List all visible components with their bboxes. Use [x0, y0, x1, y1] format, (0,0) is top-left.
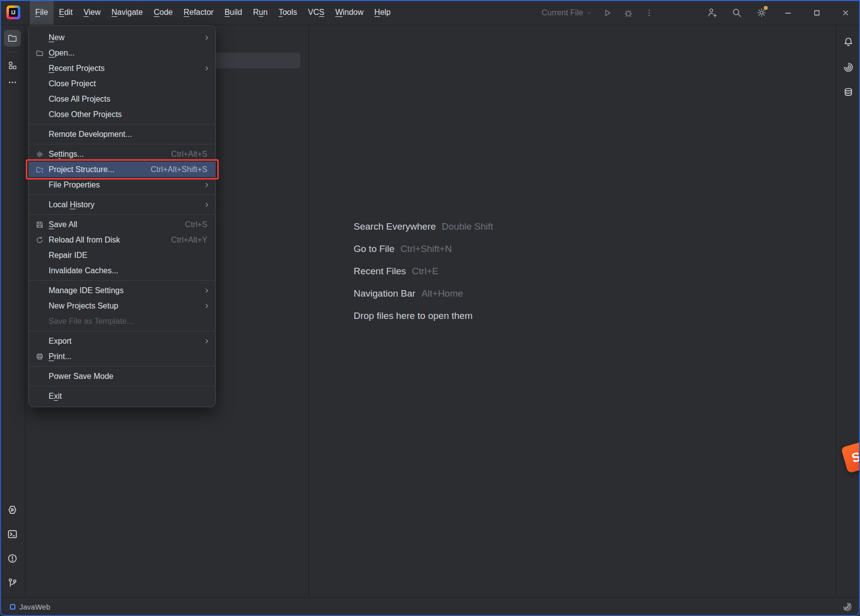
- menu-code[interactable]: Code: [148, 0, 178, 25]
- menu-build[interactable]: Build: [219, 0, 248, 25]
- menu-item-new-projects-setup[interactable]: New Projects Setup: [29, 298, 215, 313]
- menu-run[interactable]: Run: [247, 0, 273, 25]
- notifications-button[interactable]: [840, 33, 857, 50]
- menu-item-manage-ide-settings[interactable]: Manage IDE Settings: [29, 283, 215, 298]
- shortcut-label: Ctrl+Alt+Shift+S: [151, 165, 210, 174]
- services-hexagon-play-icon: [7, 504, 18, 515]
- ai-swirl-disabled-icon: [843, 602, 852, 612]
- menu-item-settings[interactable]: Settings...Ctrl+Alt+S: [29, 146, 215, 162]
- right-toolwindow-rail: [836, 25, 860, 597]
- run-configuration-selector[interactable]: Current File: [542, 8, 592, 17]
- project-widget[interactable]: JavaWeb: [10, 603, 50, 611]
- shortcut-label: Ctrl+S: [185, 220, 210, 229]
- run-toolbar: Current File: [542, 0, 655, 25]
- menu-item-print[interactable]: Print...: [29, 349, 215, 364]
- terminal-toolwindow-button[interactable]: [4, 526, 21, 543]
- submenu-chevron-icon: [202, 338, 210, 345]
- search-everywhere-icon[interactable]: [724, 0, 749, 25]
- menu-item-close-all-projects[interactable]: Close All Projects: [29, 91, 215, 107]
- hint-label: Recent Files: [354, 266, 406, 277]
- project-name: JavaWeb: [19, 603, 50, 611]
- intellij-logo-icon: [6, 5, 20, 19]
- hint-shortcut: Double Shift: [442, 221, 493, 232]
- left-toolwindow-rail: [0, 25, 25, 597]
- menu-view[interactable]: View: [78, 0, 106, 25]
- database-toolwindow-button[interactable]: [840, 84, 857, 101]
- menu-item-export[interactable]: Export: [29, 333, 215, 349]
- menu-item-close-project[interactable]: Close Project: [29, 76, 215, 91]
- menu-item-repair-ide[interactable]: Repair IDE: [29, 247, 215, 263]
- hint-label: Search Everywhere: [354, 221, 436, 232]
- ai-swirl-icon: [843, 62, 854, 72]
- menu-refactor[interactable]: Refactor: [178, 0, 219, 25]
- project-toolwindow-button[interactable]: [4, 30, 21, 47]
- menu-item-close-other-projects[interactable]: Close Other Projects: [29, 107, 215, 122]
- run-button[interactable]: [602, 7, 613, 18]
- menu-separator: [29, 366, 215, 367]
- menu-item-project-structure[interactable]: Project Structure... Ctrl+Alt+Shift+S: [29, 162, 215, 177]
- titlebar: File Edit View Navigate Code Refactor Bu…: [0, 0, 860, 25]
- ai-assistant-button[interactable]: [840, 59, 857, 75]
- menu-item-recent-projects[interactable]: Recent Projects: [29, 61, 215, 76]
- menu-separator: [29, 124, 215, 124]
- structure-icon: [7, 61, 17, 70]
- settings-gear-icon[interactable]: [749, 0, 774, 25]
- status-bar: JavaWeb: [0, 597, 860, 616]
- more-toolwindows-button[interactable]: [4, 74, 21, 91]
- submenu-chevron-icon: [202, 201, 210, 208]
- hint-shortcut: Ctrl+Shift+N: [400, 244, 451, 254]
- window-minimize-button[interactable]: [774, 0, 802, 25]
- editor-empty-state-hints: Search EverywhereDouble Shift Go to File…: [354, 215, 493, 327]
- folder-icon: [7, 33, 17, 43]
- menu-item-open[interactable]: Open...: [29, 45, 215, 61]
- hint-row: Recent FilesCtrl+E: [354, 260, 493, 282]
- terminal-icon: [7, 529, 18, 540]
- menu-separator: [29, 386, 215, 386]
- bell-icon: [843, 37, 854, 47]
- problems-toolwindow-button[interactable]: [4, 550, 21, 567]
- window-close-button[interactable]: [831, 0, 860, 25]
- menu-item-file-properties[interactable]: File Properties: [29, 177, 215, 192]
- menu-separator: [29, 280, 215, 281]
- menu-item-power-save-mode[interactable]: Power Save Mode: [29, 369, 215, 384]
- menu-item-save-all[interactable]: Save AllCtrl+S: [29, 217, 215, 232]
- menu-item-exit[interactable]: Exit: [29, 388, 215, 404]
- structure-toolwindow-button[interactable]: [4, 57, 21, 74]
- menu-file[interactable]: File: [30, 0, 54, 25]
- panel-divider[interactable]: [308, 25, 309, 597]
- submenu-chevron-icon: [202, 287, 210, 294]
- chevron-down-icon: [586, 10, 592, 16]
- menu-navigate[interactable]: Navigate: [106, 0, 148, 25]
- shortcut-label: Ctrl+Alt+Y: [171, 236, 210, 245]
- project-square-icon: [10, 604, 15, 610]
- menu-item-invalidate-caches[interactable]: Invalidate Caches...: [29, 263, 215, 278]
- menu-edit[interactable]: Edit: [54, 0, 78, 25]
- hint-shortcut: Ctrl+E: [412, 266, 438, 277]
- menu-item-local-history[interactable]: Local History: [29, 197, 215, 212]
- file-menu-popup: New Open... Recent Projects Close Projec…: [28, 25, 216, 407]
- hint-label: Go to File: [354, 244, 394, 254]
- window-maximize-button[interactable]: [802, 0, 831, 25]
- code-with-me-user-plus-icon[interactable]: [699, 0, 724, 25]
- version-control-toolwindow-button[interactable]: [4, 574, 21, 591]
- alert-circle-icon: [7, 553, 18, 564]
- submenu-chevron-icon: [202, 34, 210, 41]
- save-floppy-icon: [36, 221, 49, 229]
- gear-icon: [36, 150, 49, 158]
- menu-item-remote-development[interactable]: Remote Development...: [29, 126, 215, 142]
- debug-button[interactable]: [623, 7, 634, 18]
- menu-item-reload-all-from-disk[interactable]: Reload All from DiskCtrl+Alt+Y: [29, 232, 215, 247]
- menu-tools[interactable]: Tools: [273, 0, 303, 25]
- menu-vcs[interactable]: VCS: [303, 0, 330, 25]
- menu-item-new[interactable]: New: [29, 30, 215, 45]
- menu-help[interactable]: Help: [369, 0, 396, 25]
- services-toolwindow-button[interactable]: [4, 501, 21, 518]
- menu-item-save-file-as-template: Save File as Template...: [29, 313, 215, 329]
- menu-separator: [29, 194, 215, 195]
- hint-row: Go to FileCtrl+Shift+N: [354, 238, 493, 260]
- ai-assistant-status-button[interactable]: [843, 602, 852, 612]
- ellipsis-icon: [7, 77, 17, 87]
- submenu-chevron-icon: [202, 65, 210, 72]
- more-actions-kebab-icon[interactable]: [644, 7, 655, 18]
- menu-window[interactable]: Window: [330, 0, 369, 25]
